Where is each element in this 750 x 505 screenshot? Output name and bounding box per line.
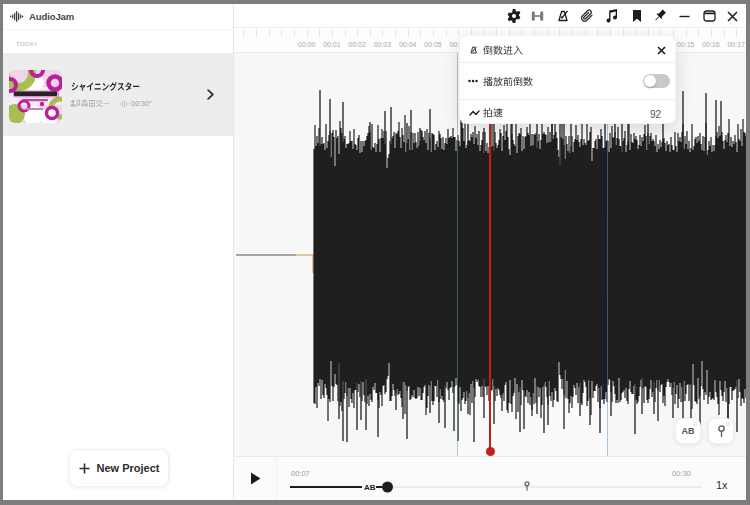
svg-text:AB: AB xyxy=(364,483,376,492)
